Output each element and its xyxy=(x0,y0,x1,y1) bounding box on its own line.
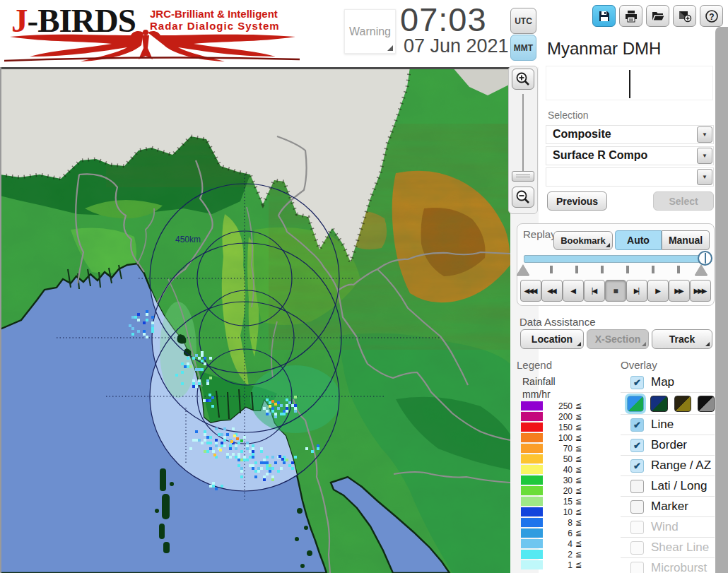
product-dropdown-1[interactable]: Composite ▼ xyxy=(546,125,714,144)
lte-symbol: ≦ xyxy=(575,465,582,474)
legend-value: 2 xyxy=(543,550,573,560)
timezone-utc-button[interactable]: UTC xyxy=(510,8,536,34)
dropdown-2-arrow-button[interactable]: ▼ xyxy=(697,148,712,164)
stop-button[interactable]: ■ xyxy=(605,280,626,302)
timezone-mmt-button[interactable]: MMT xyxy=(510,35,536,61)
line-checkbox[interactable]: ✔ xyxy=(630,418,644,432)
step-forward-button[interactable]: ▶| xyxy=(626,280,647,302)
terrain-map-image: 450km xyxy=(0,67,510,573)
jbirds-app-window: J-BIRDS JRC-Brilliant & Intelligent Rada… xyxy=(0,0,728,573)
legend-color-swatch xyxy=(521,475,543,485)
zoom-slider-handle[interactable] xyxy=(512,171,534,182)
export-image-button[interactable] xyxy=(673,5,696,27)
replay-range-start-marker[interactable] xyxy=(517,264,529,275)
previous-button[interactable]: Previous xyxy=(547,191,607,211)
rainfall-legend: 250≦200≦150≦100≦70≦50≦40≦30≦20≦15≦10≦8≦6… xyxy=(521,401,592,570)
zoom-out-button[interactable] xyxy=(512,187,534,208)
handle-line xyxy=(705,253,706,264)
legend-color-swatch xyxy=(521,486,543,495)
replay-auto-button[interactable]: Auto xyxy=(615,230,662,250)
lte-symbol: ≦ xyxy=(575,550,582,559)
bookmark-button[interactable]: Bookmark xyxy=(553,231,613,250)
wind-checkbox xyxy=(630,521,644,534)
replay-slider-handle[interactable] xyxy=(698,251,712,266)
zoom-slider-track[interactable] xyxy=(522,94,524,177)
overlay-row-wind: Wind xyxy=(621,517,715,538)
zoom-in-button[interactable] xyxy=(512,69,534,90)
lati-long-checkbox[interactable] xyxy=(630,480,644,493)
help-icon: ? xyxy=(705,9,719,23)
replay-slider-track[interactable] xyxy=(524,255,706,263)
overlay-item-label: Microburst xyxy=(651,561,707,573)
legend-value: 4 xyxy=(543,539,573,549)
zoom-out-icon xyxy=(515,189,531,205)
select-button[interactable]: Select xyxy=(653,191,714,211)
range-az-checkbox[interactable]: ✔ xyxy=(630,459,644,473)
overlay-item-label: Border xyxy=(651,438,687,452)
help-button[interactable]: ? xyxy=(700,5,723,27)
legend-value: 20 xyxy=(543,486,573,496)
legend-row: 30≦ xyxy=(521,475,592,485)
dropdown-1-arrow-button[interactable]: ▼ xyxy=(697,126,712,143)
overlay-row-map: ✔Map xyxy=(621,372,715,393)
replay-tick xyxy=(550,266,553,273)
bookmark-label: Bookmark xyxy=(560,235,606,246)
legend-value: 1 xyxy=(543,560,573,570)
dropdown-2-value: Surface R Compo xyxy=(553,149,647,162)
map-style-3-swatch[interactable] xyxy=(674,396,691,412)
open-folder-button[interactable] xyxy=(646,5,669,27)
border-checkbox[interactable]: ✔ xyxy=(630,439,644,452)
microburst-checkbox xyxy=(630,562,644,573)
marker-checkbox[interactable] xyxy=(630,500,644,514)
play-button[interactable]: ▶ xyxy=(647,280,669,302)
check-icon: ✔ xyxy=(633,461,641,471)
location-label: Location xyxy=(532,333,573,345)
save-button[interactable] xyxy=(592,5,616,27)
product-dropdown-2[interactable]: Surface R Compo ▼ xyxy=(546,146,714,165)
map-checkbox[interactable]: ✔ xyxy=(630,376,644,389)
save-icon xyxy=(597,9,611,23)
mmt-label: MMT xyxy=(514,43,533,53)
clock-date: 07 Jun 2021 xyxy=(404,35,509,57)
play-reverse-button[interactable]: ◀ xyxy=(563,280,584,302)
lte-symbol: ≦ xyxy=(575,528,582,538)
overlay-item-label: Shear Line xyxy=(651,540,709,555)
track-button[interactable]: Track xyxy=(652,329,712,349)
legend-row: 20≦ xyxy=(521,485,592,496)
product-dropdown-3[interactable]: ▼ xyxy=(546,167,714,187)
forward-fast-button[interactable]: ▶▶▶ xyxy=(690,280,711,302)
replay-manual-button[interactable]: Manual xyxy=(662,230,710,250)
map-style-2-swatch[interactable] xyxy=(650,396,667,412)
legend-value: 50 xyxy=(543,454,573,464)
dropdown-3-arrow-button[interactable]: ▼ xyxy=(697,169,712,185)
check-icon: ✔ xyxy=(633,440,641,451)
legend-unit-label: Rainfall mm/hr xyxy=(522,375,556,401)
status-textbox[interactable] xyxy=(546,66,713,100)
overlay-item-label: Wind xyxy=(651,520,679,534)
overlay-item-label: Map xyxy=(651,375,674,389)
map-style-4-swatch[interactable] xyxy=(698,396,715,412)
playback-controls: ◀◀◀◀◀◀|◀■▶|▶▶▶▶▶▶ xyxy=(520,280,711,302)
map-style-1-swatch[interactable] xyxy=(627,396,644,412)
replay-tick xyxy=(677,266,680,273)
location-button[interactable]: Location xyxy=(520,329,584,349)
rewind-fast-button[interactable]: ◀◀◀ xyxy=(520,280,541,302)
legend-value: 6 xyxy=(543,528,573,538)
legend-value: 250 xyxy=(543,401,573,411)
corner-triangle-icon xyxy=(606,243,610,247)
step-back-button[interactable]: |◀ xyxy=(584,280,605,302)
forward-button[interactable]: ▶▶ xyxy=(669,280,690,302)
x-section-button[interactable]: X-Section xyxy=(587,329,649,349)
print-button[interactable] xyxy=(619,5,642,27)
legend-value: 10 xyxy=(543,507,573,517)
panel-rail[interactable] xyxy=(715,27,728,573)
lte-symbol: ≦ xyxy=(575,423,582,432)
radar-map[interactable]: 450km xyxy=(0,67,510,573)
lte-symbol: ≦ xyxy=(575,412,582,421)
rewind-button[interactable]: ◀◀ xyxy=(541,280,563,302)
manual-label: Manual xyxy=(669,235,703,246)
legend-row: 100≦ xyxy=(521,432,592,443)
legend-row: 200≦ xyxy=(521,411,592,422)
warning-button[interactable]: Warning xyxy=(344,9,396,54)
replay-range-end-marker[interactable] xyxy=(695,264,708,275)
